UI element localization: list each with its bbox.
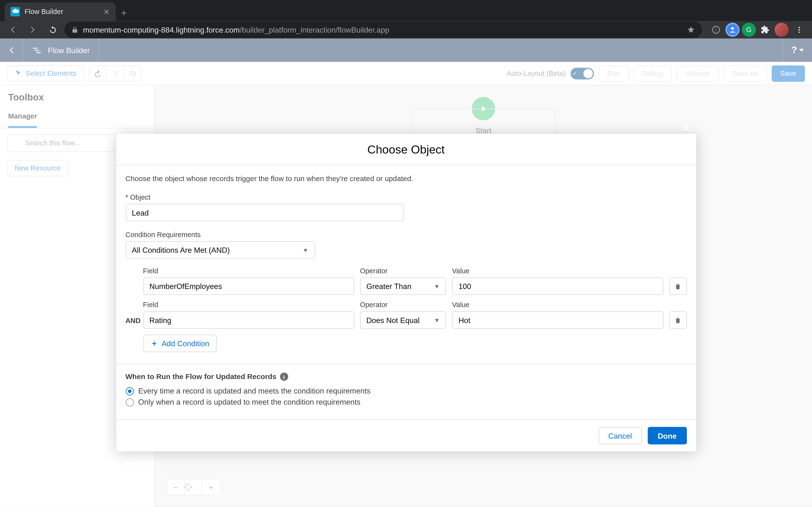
condition-row: Field Operator Greater Than ▼ (143, 267, 687, 295)
condition-operator-value: Does Not Equal (366, 316, 419, 324)
browser-menu-icon[interactable] (791, 22, 807, 38)
radio-icon (125, 387, 134, 395)
condition-operator-value: Greater Than (366, 282, 411, 290)
delete-condition-button[interactable] (669, 311, 687, 329)
condition-requirements-select[interactable]: All Conditions Are Met (AND) ▼ (125, 241, 315, 259)
lock-icon (71, 26, 78, 33)
trash-icon (674, 282, 681, 290)
user-profile-avatar[interactable] (774, 23, 789, 37)
close-tab-icon[interactable]: ✕ (103, 7, 110, 16)
radio-label: Only when a record is updated to meet th… (138, 398, 360, 406)
choose-object-modal: ✕ Choose Object Choose the object whose … (116, 134, 696, 451)
when-radio-only-when[interactable]: Only when a record is updated to meet th… (125, 398, 687, 406)
condition-row: AND Field Operator Does Not Equal ▼ (143, 301, 687, 329)
new-tab-button[interactable]: ＋ (116, 5, 132, 21)
url-text: momentum-computing-884.lightning.force.c… (83, 25, 389, 34)
radio-icon (125, 398, 134, 406)
svg-text:i: i (716, 27, 717, 32)
browser-chrome: Flow Builder ✕ ＋ momentum-computing-884.… (0, 0, 812, 39)
modal-help-text: Choose the object whose records trigger … (125, 175, 687, 183)
field-column-label: Field (143, 267, 354, 275)
tab-title: Flow Builder (24, 7, 63, 16)
operator-column-label: Operator (360, 267, 446, 275)
condition-field-input[interactable] (143, 277, 354, 295)
svg-point-5 (799, 32, 800, 33)
condition-requirements-value: All Conditions Are Met (AND) (132, 245, 230, 254)
object-input[interactable] (125, 204, 404, 221)
svg-point-4 (799, 29, 800, 31)
condition-value-input[interactable] (452, 311, 663, 329)
modal-title: Choose Object (116, 134, 696, 165)
condition-operator-select[interactable]: Greater Than ▼ (360, 277, 446, 295)
when-radio-every-time[interactable]: Every time a record is updated and meets… (125, 387, 687, 395)
browser-back-button[interactable] (5, 22, 21, 38)
condition-field-input[interactable] (143, 311, 354, 329)
add-condition-label: Add Condition (162, 339, 209, 348)
modal-close-button[interactable]: ✕ (678, 121, 692, 135)
field-column-label: Field (143, 301, 354, 309)
extensions-puzzle-icon[interactable] (758, 23, 772, 37)
done-button[interactable]: Done (648, 427, 687, 445)
delete-condition-button[interactable] (669, 277, 687, 295)
condition-requirements-label: Condition Requirements (125, 231, 315, 239)
add-condition-button[interactable]: ＋ Add Condition (143, 335, 217, 352)
chevron-down-icon: ▼ (434, 317, 440, 323)
bookmark-star-icon[interactable] (687, 25, 695, 34)
operator-column-label: Operator (360, 301, 446, 309)
condition-operator-select[interactable]: Does Not Equal ▼ (360, 311, 446, 329)
svg-point-2 (731, 27, 734, 30)
plus-icon: ＋ (151, 338, 158, 349)
browser-reload-button[interactable] (45, 22, 61, 38)
radio-label: Every time a record is updated and meets… (138, 387, 370, 395)
condition-value-input[interactable] (452, 277, 663, 295)
value-column-label: Value (452, 301, 663, 309)
and-connector-label: AND (125, 317, 141, 325)
browser-forward-button[interactable] (24, 22, 41, 38)
address-bar[interactable]: momentum-computing-884.lightning.force.c… (64, 22, 702, 38)
salesforce-cloud-icon (11, 7, 20, 16)
value-column-label: Value (452, 267, 663, 275)
svg-point-3 (799, 27, 800, 28)
trash-icon (674, 316, 681, 324)
chevron-down-icon: ▼ (434, 283, 440, 289)
info-icon[interactable]: i (709, 23, 723, 37)
info-icon[interactable]: i (280, 373, 288, 381)
when-to-run-heading: When to Run the Flow for Updated Records… (125, 373, 687, 381)
profile-avatar-icon[interactable] (725, 23, 740, 37)
object-label: Object (125, 193, 404, 202)
chevron-down-icon: ▼ (303, 247, 308, 253)
cancel-button[interactable]: Cancel (598, 427, 642, 445)
browser-tab[interactable]: Flow Builder ✕ (5, 2, 116, 21)
extension-g-icon[interactable]: G (742, 23, 756, 37)
